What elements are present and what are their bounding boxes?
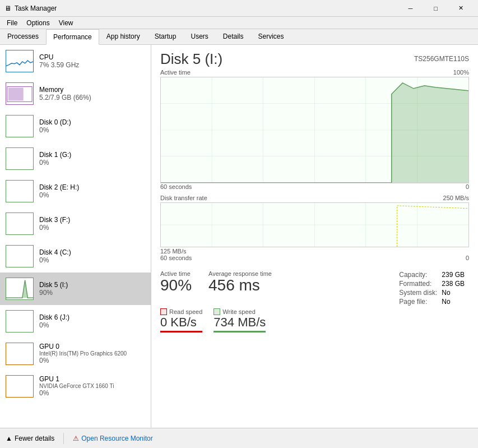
- gpu0-subvalue: Intel(R) Iris(TM) Pro Graphics 6200: [39, 350, 127, 357]
- sidebar-item-disk3[interactable]: Disk 3 (F:) 0%: [0, 207, 151, 240]
- disk5-label: Disk 5 (I:): [39, 281, 68, 289]
- gpu1-subvalue: NVIDIA GeForce GTX 1660 Ti: [39, 383, 114, 389]
- disk2-label: Disk 2 (E: H:): [39, 183, 79, 191]
- write-speed-underline: [214, 331, 266, 332]
- write-speed-label-row: Write speed: [214, 308, 266, 315]
- disk0-text: Disk 0 (D:) 0%: [39, 118, 71, 134]
- active-time-right-label: 0: [466, 183, 469, 190]
- tab-services[interactable]: Services: [251, 29, 291, 44]
- memory-label: Memory: [39, 86, 91, 94]
- system-disk-value: No: [442, 288, 469, 297]
- active-time-left-label: 60 seconds: [160, 183, 192, 190]
- sidebar: CPU 7% 3.59 GHz Memory 5.2/7.9 GB (66%): [0, 45, 151, 428]
- gpu0-value: 0%: [39, 357, 127, 364]
- disk2-value: 0%: [39, 191, 79, 199]
- active-time-stat: Active time 90%: [160, 270, 192, 294]
- active-time-label-row: Active time 100%: [160, 69, 469, 76]
- page-file-value: No: [442, 297, 469, 306]
- resource-monitor-icon: ⚠: [73, 435, 79, 442]
- write-speed-value: 734 MB/s: [214, 315, 266, 330]
- fewer-details-button[interactable]: ▲ Fewer details: [6, 435, 54, 442]
- disk1-text: Disk 1 (G:) 0%: [39, 151, 71, 167]
- gpu0-icon: [6, 343, 34, 365]
- svg-rect-1: [8, 87, 24, 100]
- disk4-label: Disk 4 (C:): [39, 248, 71, 256]
- memory-value: 5.2/7.9 GB (66%): [39, 94, 91, 101]
- system-disk-label: System disk:: [399, 288, 442, 297]
- active-time-pct: 100%: [453, 69, 469, 76]
- disk5-value: 90%: [39, 289, 68, 297]
- transfer-left-label: 60 seconds: [160, 255, 192, 261]
- disk6-label: Disk 6 (J:): [39, 313, 69, 321]
- tab-app-history[interactable]: App history: [99, 29, 147, 44]
- disk3-text: Disk 3 (F:) 0%: [39, 216, 70, 232]
- formatted-label: Formatted:: [399, 279, 442, 288]
- disk6-text: Disk 6 (J:) 0%: [39, 313, 69, 329]
- transfer-label-row: Disk transfer rate 250 MB/s: [160, 195, 469, 201]
- active-time-chart-section: Active time 100%: [160, 69, 469, 191]
- disk5-text: Disk 5 (I:) 90%: [39, 281, 68, 297]
- transfer-max: 250 MB/s: [443, 195, 469, 201]
- content-area: Disk 5 (I:) TS256GMTE110S Active time 10…: [151, 45, 478, 428]
- sidebar-item-gpu1[interactable]: GPU 1 NVIDIA GeForce GTX 1660 Ti 0%: [0, 370, 151, 403]
- sidebar-item-cpu[interactable]: CPU 7% 3.59 GHz: [0, 45, 151, 77]
- disk-title: Disk 5 (I:): [160, 50, 222, 68]
- disk2-text: Disk 2 (E: H:) 0%: [39, 183, 79, 199]
- sidebar-item-disk0[interactable]: Disk 0 (D:) 0%: [0, 110, 151, 142]
- app-title: Task Manager: [15, 4, 57, 12]
- content-header: Disk 5 (I:) TS256GMTE110S: [160, 50, 469, 68]
- title-bar: 🖥 Task Manager ─ □ ✕: [0, 0, 478, 17]
- disk0-value: 0%: [39, 126, 71, 134]
- active-time-stat-value: 90%: [160, 277, 192, 294]
- active-time-chart: [160, 77, 469, 183]
- open-resource-monitor-button[interactable]: ⚠ Open Resource Monitor: [73, 435, 152, 442]
- tab-processes[interactable]: Processes: [0, 29, 46, 44]
- tab-details[interactable]: Details: [216, 29, 251, 44]
- disk0-label: Disk 0 (D:): [39, 118, 71, 126]
- disk1-label: Disk 1 (G:): [39, 151, 71, 159]
- menu-file[interactable]: File: [2, 18, 22, 28]
- gpu1-value: 0%: [39, 389, 114, 397]
- write-speed-label: Write speed: [222, 308, 256, 315]
- sidebar-item-disk4[interactable]: Disk 4 (C:) 0%: [0, 240, 151, 273]
- minimize-button[interactable]: ─: [398, 0, 423, 17]
- disk0-icon: [6, 115, 34, 137]
- chevron-up-icon: ▲: [6, 435, 12, 442]
- tab-users[interactable]: Users: [183, 29, 215, 44]
- read-speed-indicator: [160, 308, 167, 315]
- main-layout: CPU 7% 3.59 GHz Memory 5.2/7.9 GB (66%): [0, 45, 478, 428]
- sidebar-item-disk1[interactable]: Disk 1 (G:) 0%: [0, 142, 151, 175]
- disk-model: TS256GMTE110S: [414, 55, 469, 63]
- capacity-label: Capacity:: [399, 270, 442, 279]
- transfer-mid-label: 125 MB/s: [160, 248, 186, 255]
- active-time-time-row: 60 seconds 0: [160, 183, 469, 190]
- sidebar-item-disk5[interactable]: Disk 5 (I:) 90%: [0, 273, 151, 305]
- sidebar-item-gpu0[interactable]: GPU 0 Intel(R) Iris(TM) Pro Graphics 620…: [0, 338, 151, 370]
- menu-view[interactable]: View: [54, 18, 78, 28]
- write-speed-block: Write speed 734 MB/s: [214, 308, 266, 332]
- avg-response-value: 456 ms: [208, 277, 272, 294]
- tab-performance[interactable]: Performance: [46, 29, 99, 45]
- transfer-chart-section: Disk transfer rate 250 MB/s: [160, 195, 469, 262]
- transfer-chart: [160, 202, 469, 247]
- maximize-button[interactable]: □: [423, 0, 448, 17]
- sidebar-item-disk6[interactable]: Disk 6 (J:) 0%: [0, 305, 151, 338]
- svg-line-18: [397, 206, 468, 209]
- close-button[interactable]: ✕: [448, 0, 474, 17]
- read-speed-value: 0 KB/s: [160, 315, 202, 330]
- menu-options[interactable]: Options: [22, 18, 54, 28]
- disk4-text: Disk 4 (C:) 0%: [39, 248, 71, 264]
- gpu1-label: GPU 1: [39, 375, 114, 383]
- stats-row: Active time 90% Average response time 45…: [160, 270, 469, 306]
- cpu-icon: [6, 50, 34, 72]
- disk-info-table: Capacity: 239 GB Formatted: 238 GB Syste…: [399, 270, 469, 306]
- disk2-icon: [6, 180, 34, 202]
- sidebar-item-disk2[interactable]: Disk 2 (E: H:) 0%: [0, 175, 151, 207]
- read-speed-underline: [160, 331, 202, 332]
- read-speed-block: Read speed 0 KB/s: [160, 308, 202, 332]
- cpu-label: CPU: [39, 53, 79, 61]
- disk1-icon: [6, 147, 34, 170]
- tab-startup[interactable]: Startup: [147, 29, 184, 44]
- cpu-value: 7% 3.59 GHz: [39, 61, 79, 69]
- sidebar-item-memory[interactable]: Memory 5.2/7.9 GB (66%): [0, 77, 151, 110]
